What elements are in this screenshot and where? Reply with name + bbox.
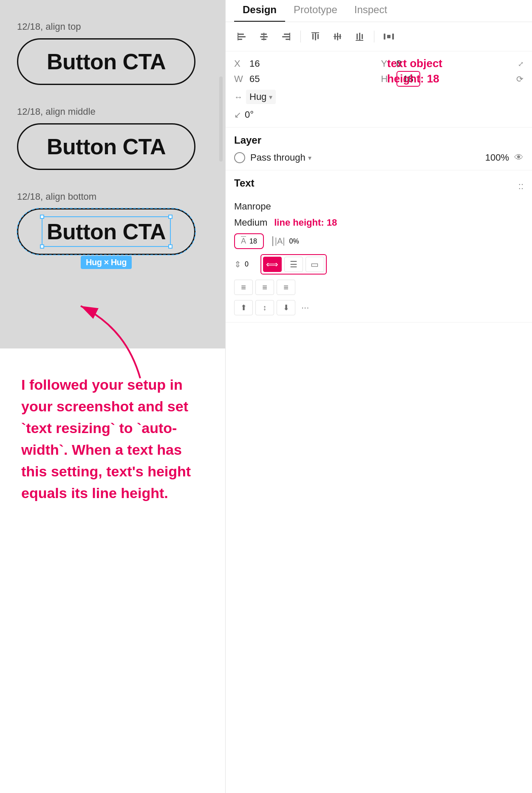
- prop-x: X 16: [234, 58, 377, 69]
- text-align-group: ⟺ ☰ ▭: [260, 254, 327, 275]
- font-weight-dropdown[interactable]: Medium: [234, 217, 267, 228]
- text-selection-inner: Button CTA: [42, 216, 171, 247]
- line-height-annotation: line height: 18: [274, 217, 337, 228]
- paragraph-spacing-value[interactable]: 0: [245, 261, 249, 268]
- tab-prototype[interactable]: Prototype: [285, 0, 346, 22]
- prop-w: W 65: [234, 74, 377, 85]
- text-section: Text :: Manrope Medium line height: 18 A…: [226, 170, 532, 323]
- font-size-value: 18: [249, 238, 257, 245]
- text-align-left-horiz[interactable]: ≡: [234, 280, 253, 295]
- text-align-center-horiz[interactable]: ≡: [255, 280, 274, 295]
- tabs-bar: Design Prototype Inspect: [226, 0, 532, 22]
- layer-section: Layer Pass through ▾ 100% 👁: [226, 127, 532, 170]
- handle-br: [168, 244, 173, 249]
- scrollbar[interactable]: [219, 76, 223, 161]
- mode-chevron-icon: ▾: [308, 154, 311, 162]
- hug-row: ↔ Hug ▾: [234, 90, 524, 104]
- text-section-title: Text: [234, 177, 255, 189]
- visibility-icon[interactable]: 👁: [514, 152, 524, 163]
- button-cta-2[interactable]: Button CTA: [17, 123, 195, 170]
- svg-rect-15: [317, 34, 319, 39]
- distribute-btn[interactable]: [381, 29, 396, 44]
- canvas-area: 12/18, align top Button CTA 12/18, align…: [0, 0, 225, 348]
- svg-rect-21: [357, 34, 358, 40]
- align-right-btn[interactable]: [278, 29, 294, 44]
- text-more-options[interactable]: ···: [298, 302, 312, 313]
- hug-chevron-icon: ▾: [269, 93, 272, 101]
- font-size-row: A 18 |A| 0%: [234, 233, 524, 249]
- rotation-row: ↙ 0°: [234, 109, 524, 120]
- svg-rect-2: [238, 36, 246, 37]
- handle-bl: [40, 244, 44, 249]
- svg-rect-13: [312, 34, 314, 40]
- svg-rect-23: [362, 34, 363, 39]
- layer-row: Pass through ▾ 100% 👁: [234, 152, 524, 163]
- paragraph-spacing-row: ⇕ 0 ⟺ ☰ ▭: [234, 254, 524, 275]
- svg-rect-3: [238, 39, 242, 40]
- svg-rect-9: [284, 34, 290, 35]
- letter-spacing-value[interactable]: 0%: [289, 238, 299, 245]
- properties-section: X 16 Y 8 ⤢ W 65 H 18 ⟳: [226, 51, 532, 127]
- align-top-btn[interactable]: [308, 29, 323, 44]
- white-area: I followed your setup in your screenshot…: [0, 348, 225, 793]
- text-header: Text ::: [234, 177, 524, 195]
- letter-spacing-group: |A| 0%: [272, 236, 299, 246]
- svg-rect-25: [384, 34, 385, 40]
- vert-align-middle-btn[interactable]: ↕: [255, 300, 274, 315]
- rotation-value[interactable]: 0°: [245, 109, 254, 120]
- alignment-row: [226, 22, 532, 51]
- props-grid: X 16 Y 8 ⤢ W 65 H 18 ⟳: [234, 58, 524, 85]
- btn-label-3: 12/18, align bottom: [17, 191, 195, 202]
- text-align-fixed-btn[interactable]: ▭: [306, 257, 324, 272]
- right-panel: Design Prototype Inspect: [225, 0, 532, 793]
- text-horiz-align-row: ≡ ≡ ≡: [234, 280, 524, 295]
- font-name[interactable]: Manrope: [234, 201, 524, 212]
- more-options-icon[interactable]: ::: [518, 181, 524, 192]
- tab-inspect[interactable]: Inspect: [346, 0, 396, 22]
- align-left-btn[interactable]: [234, 29, 249, 44]
- button-group-2: 12/18, align middle Button CTA: [17, 106, 195, 170]
- svg-rect-26: [392, 34, 394, 40]
- text-align-right-horiz[interactable]: ≡: [277, 280, 295, 295]
- layer-mode-icon: [234, 152, 245, 163]
- vert-align-top-btn[interactable]: ⬆: [234, 300, 253, 315]
- text-vert-align-row: ⬆ ↕ ⬇ ···: [234, 300, 524, 315]
- letter-spacing-icon: |A|: [272, 236, 285, 246]
- font-size-icon: A: [241, 237, 246, 246]
- button-group-1: 12/18, align top Button CTA: [17, 21, 195, 85]
- text-align-auto-btn[interactable]: ⟺: [263, 257, 282, 272]
- tab-design[interactable]: Design: [234, 0, 285, 22]
- resize-icon[interactable]: ⤢: [518, 60, 524, 68]
- handle-tr: [168, 215, 173, 219]
- vert-align-bottom-btn[interactable]: ⬇: [277, 300, 295, 315]
- hug-label: Hug × Hug: [81, 256, 132, 269]
- svg-rect-22: [359, 33, 360, 40]
- font-size-box[interactable]: A 18: [234, 233, 264, 249]
- left-panel: 12/18, align top Button CTA 12/18, align…: [0, 0, 225, 793]
- rotate-icon: ↙: [234, 110, 241, 120]
- hug-icon: ↔: [234, 92, 243, 102]
- align-divider-1: [300, 31, 301, 42]
- layer-title: Layer: [234, 134, 524, 146]
- annotation-container: I followed your setup in your screenshot…: [21, 374, 204, 504]
- svg-rect-27: [387, 35, 391, 38]
- paragraph-spacing-icon: ⇕: [234, 259, 241, 269]
- align-bottom-btn[interactable]: [352, 29, 367, 44]
- text-align-left-btn[interactable]: ☰: [284, 257, 303, 272]
- annotation-main-text: I followed your setup in your screenshot…: [21, 374, 204, 504]
- svg-rect-10: [282, 36, 290, 37]
- button-cta-1[interactable]: Button CTA: [17, 38, 195, 85]
- layer-mode-dropdown[interactable]: Pass through ▾: [250, 152, 480, 163]
- align-middle-btn[interactable]: [330, 29, 345, 44]
- handle-tl: [40, 215, 44, 219]
- align-divider-2: [374, 31, 374, 42]
- text-obj-annotation-text: text objectheight: 18: [387, 56, 442, 87]
- opacity-value[interactable]: 100%: [485, 152, 509, 163]
- align-center-v-btn[interactable]: [256, 29, 272, 44]
- button-group-3: 12/18, align bottom Button CTA Hug × Hug: [17, 191, 195, 255]
- button-cta-3-selected[interactable]: Button CTA Hug × Hug: [17, 208, 195, 255]
- lock-icon[interactable]: ⟳: [516, 74, 524, 84]
- btn-label-2: 12/18, align middle: [17, 106, 195, 117]
- hug-button[interactable]: Hug ▾: [246, 90, 276, 104]
- svg-rect-1: [238, 34, 244, 35]
